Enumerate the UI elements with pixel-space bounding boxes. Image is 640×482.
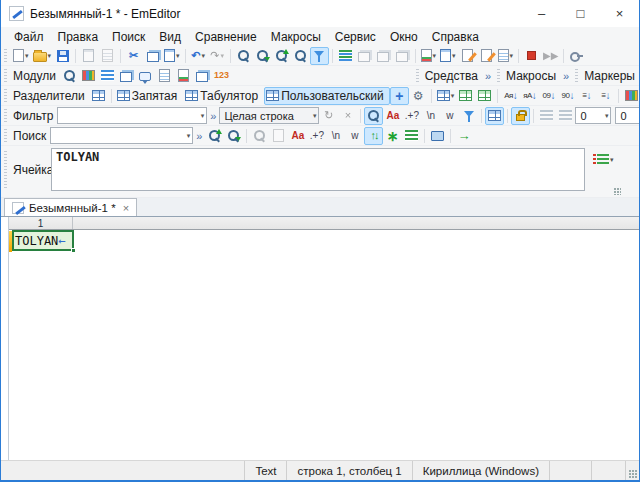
dropdown-icon[interactable]: ▾ bbox=[309, 112, 317, 120]
save-button[interactable] bbox=[53, 47, 72, 65]
search-escape-button[interactable]: \n bbox=[326, 127, 345, 145]
search-combobox[interactable]: ▾ bbox=[50, 127, 193, 144]
undo-button[interactable]: ↶▾ bbox=[189, 47, 208, 65]
prev-column-button[interactable] bbox=[537, 107, 556, 125]
dropdown-icon[interactable]: ▾ bbox=[197, 112, 205, 120]
dropdown-icon[interactable]: ▾ bbox=[176, 52, 180, 60]
dropdown-icon[interactable]: ▾ bbox=[25, 52, 29, 60]
next-column-button[interactable] bbox=[556, 107, 575, 125]
menu-macros[interactable]: Макросы bbox=[264, 27, 328, 46]
csv-comma-button[interactable]: Запятая bbox=[115, 87, 183, 105]
find-dialog-button[interactable] bbox=[250, 127, 269, 145]
menu-help[interactable]: Справка bbox=[425, 27, 486, 46]
menu-edit[interactable]: Правка bbox=[51, 27, 106, 46]
edit-cell-2-button[interactable] bbox=[475, 87, 494, 105]
find-button[interactable] bbox=[234, 47, 253, 65]
module-numbers-button[interactable]: 123 bbox=[212, 67, 231, 85]
cell-options-button[interactable]: ▾ bbox=[591, 151, 616, 169]
find-next-button[interactable] bbox=[253, 47, 272, 65]
highlight-toggle[interactable] bbox=[364, 107, 383, 125]
csv-user-defined-button[interactable]: Пользовательский bbox=[264, 87, 390, 105]
toolbar-grip[interactable] bbox=[497, 69, 500, 82]
search-all-button[interactable]: ∗ bbox=[383, 127, 402, 145]
sort-num-asc-button[interactable]: 09↓ bbox=[539, 87, 558, 105]
filter-match-case-button[interactable]: Aa bbox=[383, 107, 402, 125]
open-file-button[interactable]: ▾ bbox=[31, 47, 54, 65]
pin-button[interactable] bbox=[567, 47, 586, 65]
chevron-more-icon[interactable]: » bbox=[193, 130, 205, 142]
stop-button[interactable] bbox=[522, 47, 541, 65]
window-resize-grip[interactable] bbox=[625, 461, 639, 480]
record-macro-button[interactable]: ▾ bbox=[419, 47, 439, 65]
run-remaining-button[interactable]: ▶▶ bbox=[541, 47, 560, 65]
macro-options-button[interactable]: ▾ bbox=[496, 47, 516, 65]
tab-close-icon[interactable]: × bbox=[121, 202, 129, 214]
toolbar-grip[interactable] bbox=[4, 69, 7, 82]
toolbar-grip[interactable] bbox=[4, 109, 7, 122]
filter-escape-button[interactable]: \n bbox=[421, 107, 440, 125]
filter-combobox[interactable]: ▾ bbox=[57, 107, 207, 124]
edit-macro-2-button[interactable] bbox=[477, 47, 496, 65]
search-match-case-button[interactable]: Aa bbox=[288, 127, 307, 145]
search-next-button[interactable] bbox=[224, 127, 243, 145]
module-comment-button[interactable] bbox=[136, 67, 155, 85]
dropdown-icon[interactable]: ▾ bbox=[48, 52, 52, 60]
lock-columns-toggle[interactable] bbox=[511, 107, 530, 125]
remove-filter-button[interactable] bbox=[459, 107, 478, 125]
minimize-button[interactable]: – bbox=[522, 0, 561, 27]
maximize-button[interactable]: □ bbox=[561, 0, 600, 27]
module-outline-button[interactable] bbox=[98, 67, 117, 85]
menu-file[interactable]: Файл bbox=[7, 27, 51, 46]
module-cascade-button[interactable] bbox=[193, 67, 212, 85]
redo-button[interactable]: ↷▾ bbox=[208, 47, 227, 65]
search-updown-toggle[interactable]: ↑↓ bbox=[364, 127, 383, 145]
filter-counter-1-combobox[interactable]: 0▾ bbox=[575, 107, 611, 124]
dropdown-icon[interactable]: ▾ bbox=[510, 52, 514, 60]
search-list-button[interactable] bbox=[402, 127, 421, 145]
copy-button[interactable] bbox=[143, 47, 162, 65]
close-button[interactable]: × bbox=[600, 0, 639, 27]
view-mode-4-button[interactable] bbox=[393, 47, 412, 65]
menu-search[interactable]: Поиск bbox=[105, 27, 152, 46]
convert-type-button[interactable] bbox=[622, 87, 639, 105]
fill-handle[interactable] bbox=[71, 248, 76, 253]
dropdown-icon[interactable]: ▾ bbox=[601, 112, 609, 120]
sort-az-button[interactable]: Aя↓ bbox=[501, 87, 520, 105]
menu-tools[interactable]: Сервис bbox=[328, 27, 383, 46]
module-chart-button[interactable] bbox=[174, 67, 193, 85]
filter-input[interactable] bbox=[62, 108, 196, 123]
paste-button[interactable]: ▾ bbox=[162, 47, 182, 65]
selected-cell[interactable]: TOLYAN← bbox=[12, 230, 74, 251]
csv-normal-button[interactable] bbox=[89, 87, 108, 105]
insert-column-button[interactable]: ▾ bbox=[435, 87, 457, 105]
edit-cell-button[interactable] bbox=[456, 87, 475, 105]
edit-macro-button[interactable] bbox=[458, 47, 477, 65]
csv-view-button[interactable] bbox=[336, 47, 355, 65]
cell-selection-toggle[interactable]: + bbox=[390, 87, 409, 105]
chevron-more-icon[interactable]: » bbox=[482, 70, 494, 82]
cellbar-resize-grip[interactable] bbox=[614, 188, 621, 195]
menu-view[interactable]: Вид bbox=[152, 27, 188, 46]
filter-word-button[interactable]: w bbox=[440, 107, 459, 125]
tab-untitled-1[interactable]: Безымянный-1 * × bbox=[4, 198, 137, 216]
paste-to-search-button[interactable] bbox=[269, 127, 288, 145]
dropdown-icon[interactable]: ▾ bbox=[451, 92, 455, 100]
view-mode-3-button[interactable] bbox=[374, 47, 393, 65]
module-abacus-button[interactable] bbox=[79, 67, 98, 85]
toolbar-grip[interactable] bbox=[416, 69, 419, 82]
toolbar-grip[interactable] bbox=[4, 129, 7, 142]
csv-grid-area[interactable]: 1 TOLYAN← bbox=[1, 217, 639, 460]
toolbar-grip[interactable] bbox=[575, 69, 578, 82]
display-button[interactable] bbox=[428, 127, 447, 145]
go-button[interactable]: → bbox=[454, 127, 473, 145]
sort-length-desc-button[interactable]: ≡↓ bbox=[596, 87, 615, 105]
menu-compare[interactable]: Сравнение bbox=[188, 27, 264, 46]
find-in-files-button[interactable] bbox=[291, 47, 310, 65]
new-file-button[interactable]: ▾ bbox=[11, 47, 31, 65]
toolbar-grip[interactable] bbox=[4, 151, 7, 189]
search-word-button[interactable]: w bbox=[345, 127, 364, 145]
search-input[interactable] bbox=[55, 128, 182, 143]
filter-toolbar-toggle[interactable] bbox=[310, 47, 329, 65]
cell-value-editor[interactable]: TOLYAN bbox=[51, 148, 585, 191]
clear-filter-button[interactable]: × bbox=[338, 107, 357, 125]
